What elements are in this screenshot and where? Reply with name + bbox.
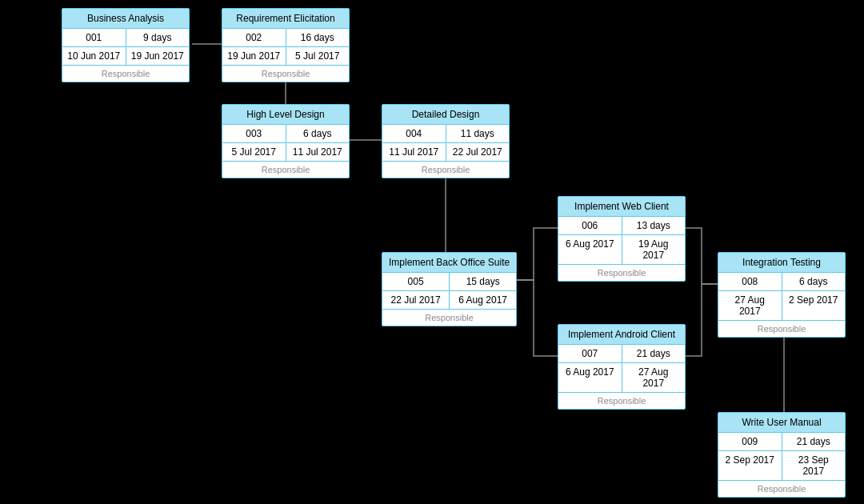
card-date1-requirement-elicitation: 19 Jun 2017	[222, 47, 286, 65]
card-number-integration-testing: 008	[718, 273, 782, 290]
card-date2-implement-web-client: 19 Aug 2017	[622, 235, 686, 264]
card-title-business-analysis: Business Analysis	[62, 9, 189, 29]
card-title-implement-android-client: Implement Android Client	[558, 325, 685, 345]
task-card-integration-testing: Integration Testing 008 6 days 27 Aug 20…	[718, 252, 846, 338]
card-number-business-analysis: 001	[62, 29, 126, 46]
card-days-requirement-elicitation: 16 days	[286, 29, 350, 46]
card-date2-requirement-elicitation: 5 Jul 2017	[286, 47, 350, 65]
card-date1-detailed-design: 11 Jul 2017	[382, 143, 446, 161]
card-number-implement-android-client: 007	[558, 345, 622, 362]
card-title-high-level-design: High Level Design	[222, 105, 349, 125]
card-date1-integration-testing: 27 Aug 2017	[718, 291, 782, 320]
card-days-integration-testing: 6 days	[782, 273, 846, 290]
task-card-implement-android-client: Implement Android Client 007 21 days 6 A…	[558, 324, 686, 410]
card-responsible-integration-testing: Responsible	[718, 321, 845, 337]
card-title-implement-back-office: Implement Back Office Suite	[382, 253, 516, 273]
card-number-implement-web-client: 006	[558, 217, 622, 234]
card-number-requirement-elicitation: 002	[222, 29, 286, 46]
card-days-business-analysis: 9 days	[126, 29, 190, 46]
card-date2-implement-back-office: 6 Aug 2017	[450, 291, 516, 309]
card-date2-detailed-design: 22 Jul 2017	[446, 143, 510, 161]
task-card-requirement-elicitation: Requirement Elicitation 002 16 days 19 J…	[222, 8, 350, 82]
card-responsible-implement-android-client: Responsible	[558, 393, 685, 409]
card-date2-implement-android-client: 27 Aug 2017	[622, 363, 686, 392]
card-date1-write-user-manual: 2 Sep 2017	[718, 451, 782, 480]
task-card-detailed-design: Detailed Design 004 11 days 11 Jul 2017 …	[382, 104, 510, 178]
task-card-write-user-manual: Write User Manual 009 21 days 2 Sep 2017…	[718, 412, 846, 498]
card-responsible-high-level-design: Responsible	[222, 162, 349, 178]
task-card-high-level-design: High Level Design 003 6 days 5 Jul 2017 …	[222, 104, 350, 178]
task-card-implement-back-office: Implement Back Office Suite 005 15 days …	[382, 252, 517, 326]
card-days-detailed-design: 11 days	[446, 125, 510, 142]
card-days-high-level-design: 6 days	[286, 125, 350, 142]
card-days-implement-web-client: 13 days	[622, 217, 686, 234]
card-days-implement-back-office: 15 days	[450, 273, 516, 290]
card-date1-high-level-design: 5 Jul 2017	[222, 143, 286, 161]
card-responsible-implement-back-office: Responsible	[382, 310, 516, 326]
card-date1-implement-web-client: 6 Aug 2017	[558, 235, 622, 264]
task-card-implement-web-client: Implement Web Client 006 13 days 6 Aug 2…	[558, 196, 686, 282]
card-responsible-business-analysis: Responsible	[62, 66, 189, 82]
card-responsible-implement-web-client: Responsible	[558, 265, 685, 281]
card-days-implement-android-client: 21 days	[622, 345, 686, 362]
card-date2-high-level-design: 11 Jul 2017	[286, 143, 350, 161]
card-number-high-level-design: 003	[222, 125, 286, 142]
card-date1-implement-back-office: 22 Jul 2017	[382, 291, 450, 309]
card-date2-integration-testing: 2 Sep 2017	[782, 291, 846, 320]
card-number-detailed-design: 004	[382, 125, 446, 142]
card-title-requirement-elicitation: Requirement Elicitation	[222, 9, 349, 29]
task-card-business-analysis: Business Analysis 001 9 days 10 Jun 2017…	[62, 8, 190, 82]
card-date2-business-analysis: 19 Jun 2017	[126, 47, 190, 65]
card-title-integration-testing: Integration Testing	[718, 253, 845, 273]
card-responsible-detailed-design: Responsible	[382, 162, 509, 178]
card-title-implement-web-client: Implement Web Client	[558, 197, 685, 217]
card-title-detailed-design: Detailed Design	[382, 105, 509, 125]
card-number-implement-back-office: 005	[382, 273, 450, 290]
card-date1-implement-android-client: 6 Aug 2017	[558, 363, 622, 392]
card-title-write-user-manual: Write User Manual	[718, 413, 845, 433]
card-days-write-user-manual: 21 days	[782, 433, 846, 450]
card-responsible-requirement-elicitation: Responsible	[222, 66, 349, 82]
card-responsible-write-user-manual: Responsible	[718, 481, 845, 497]
card-number-write-user-manual: 009	[718, 433, 782, 450]
card-date1-business-analysis: 10 Jun 2017	[62, 47, 126, 65]
card-date2-write-user-manual: 23 Sep 2017	[782, 451, 846, 480]
